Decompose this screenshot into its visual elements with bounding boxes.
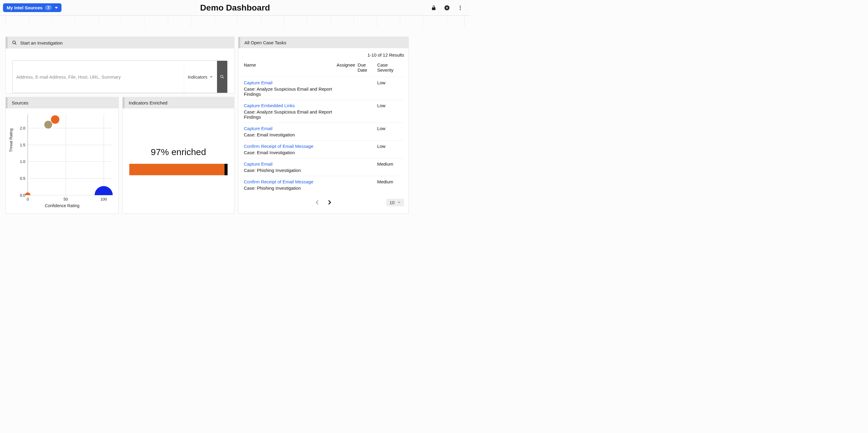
widget-title: Start an Investigation xyxy=(20,40,63,45)
severity-value: Low xyxy=(377,126,385,131)
severity-value: Medium xyxy=(377,161,393,167)
widget-start-investigation: Start an Investigation Indicators xyxy=(5,37,235,93)
search-submit-button[interactable] xyxy=(217,61,227,93)
widget-open-case-tasks: All Open Case Tasks 1-10 of 12 Results N… xyxy=(238,37,409,214)
task-link[interactable]: Capture Embedded Links xyxy=(244,103,334,108)
dashboard-canvas: Start an Investigation Indicators Source… xyxy=(0,16,470,27)
severity-value: Low xyxy=(377,144,385,149)
svg-point-3 xyxy=(460,9,461,10)
table-row: Capture Embedded LinksCase: Analyze Susp… xyxy=(243,100,404,123)
col-assignee[interactable]: Assignee xyxy=(336,61,356,77)
prev-page-button xyxy=(314,199,321,206)
widget-sources: Sources Threat Rating Confidence Rating … xyxy=(5,97,119,214)
search-icon xyxy=(12,40,17,45)
table-row: Confirm Receipt of Email MessageCase: Em… xyxy=(243,141,404,158)
table-row: Capture EmailCase: Phishing Investigatio… xyxy=(243,158,404,176)
widget-header: All Open Case Tasks xyxy=(239,37,408,48)
widget-indicators-enriched: Indicators Enriched 97% enriched xyxy=(122,97,235,214)
col-severity[interactable]: Case Severity xyxy=(376,61,404,77)
task-link[interactable]: Confirm Receipt of Email Message xyxy=(244,144,334,149)
search-input[interactable] xyxy=(13,61,184,93)
task-case: Case: Analyze Suspicious Email and Repor… xyxy=(244,87,334,97)
chip-label: My Intel Sources xyxy=(7,5,42,10)
table-row: Capture EmailCase: Email InvestigationLo… xyxy=(243,123,404,141)
page-size-selector[interactable]: 10 xyxy=(386,199,404,206)
y-tick-label: 1.0 xyxy=(20,159,25,164)
chart-plot-area: 0.00.51.01.52.0050100 xyxy=(27,114,111,195)
table-row: Capture EmailCase: Analyze Suspicious Em… xyxy=(243,77,404,100)
chart-xlabel: Confidence Rating xyxy=(44,203,79,208)
chart-bubble[interactable] xyxy=(51,115,59,124)
x-tick-label: 0 xyxy=(27,197,29,201)
unlock-icon[interactable] xyxy=(430,4,437,11)
chip-count-badge: 7 xyxy=(45,5,52,10)
x-tick-label: 100 xyxy=(100,197,107,201)
sources-chart: Threat Rating Confidence Rating 0.00.51.… xyxy=(10,112,114,209)
header-actions xyxy=(430,4,467,11)
col-due-date[interactable]: Due Date xyxy=(356,61,376,77)
severity-value: Low xyxy=(377,80,385,85)
widget-title: Sources xyxy=(12,100,28,105)
severity-value: Medium xyxy=(377,179,393,184)
search-type-label: Indicators xyxy=(188,74,207,79)
y-tick-label: 1.5 xyxy=(20,142,25,147)
more-vert-icon[interactable] xyxy=(457,4,464,11)
add-icon[interactable] xyxy=(444,4,450,11)
caret-down-icon xyxy=(55,7,58,9)
layout-grid-guides xyxy=(0,16,470,27)
widget-header: Indicators Enriched xyxy=(123,97,234,108)
progress-remainder xyxy=(224,164,227,175)
task-link[interactable]: Capture Email xyxy=(244,161,334,167)
page-size-value: 10 xyxy=(390,200,395,205)
chart-ylabel: Threat Rating xyxy=(9,128,13,152)
results-count: 1-10 of 12 Results xyxy=(243,53,404,58)
enriched-progress-bar xyxy=(129,164,227,175)
chart-bubble[interactable] xyxy=(25,192,30,195)
task-case: Case: Phishing Investigation xyxy=(244,186,334,191)
severity-value: Low xyxy=(377,103,385,108)
y-tick-label: 2.0 xyxy=(20,126,25,130)
progress-fill xyxy=(129,164,224,175)
next-page-button[interactable] xyxy=(326,199,333,206)
task-link[interactable]: Capture Email xyxy=(244,80,334,85)
table-row: Confirm Receipt of Email MessageCase: Ph… xyxy=(243,176,404,194)
svg-point-5 xyxy=(221,75,223,78)
task-case: Case: Phishing Investigation xyxy=(244,168,334,173)
widget-header: Sources xyxy=(6,97,119,108)
task-case: Case: Analyze Suspicious Email and Repor… xyxy=(244,109,334,120)
widget-header: Start an Investigation xyxy=(6,37,234,48)
chart-bubble[interactable] xyxy=(44,121,52,129)
app-header: My Intel Sources 7 Demo Dashboard xyxy=(0,0,470,16)
y-tick-label: 0.5 xyxy=(20,176,25,181)
page-title: Demo Dashboard xyxy=(200,3,270,13)
task-case: Case: Email Investigation xyxy=(244,150,334,155)
task-case: Case: Email Investigation xyxy=(244,132,334,137)
widget-title: All Open Case Tasks xyxy=(244,40,286,45)
svg-point-4 xyxy=(13,41,16,44)
task-link[interactable]: Confirm Receipt of Email Message xyxy=(244,179,334,184)
svg-point-1 xyxy=(460,5,461,6)
intel-sources-chip[interactable]: My Intel Sources 7 xyxy=(3,3,61,12)
svg-point-2 xyxy=(460,7,461,8)
widget-title: Indicators Enriched xyxy=(129,100,167,105)
tasks-table: Name Assignee Due Date Case Severity Cap… xyxy=(243,61,404,194)
chart-bubble[interactable] xyxy=(95,186,113,195)
x-tick-label: 50 xyxy=(64,197,68,201)
col-name[interactable]: Name xyxy=(243,61,336,77)
task-link[interactable]: Capture Email xyxy=(244,126,334,131)
y-tick-label: 0.0 xyxy=(20,193,25,198)
search-type-selector[interactable]: Indicators xyxy=(184,61,217,93)
investigation-search: Indicators xyxy=(12,61,227,93)
pager: 10 xyxy=(243,199,404,206)
enriched-percent-label: 97% enriched xyxy=(151,147,206,157)
